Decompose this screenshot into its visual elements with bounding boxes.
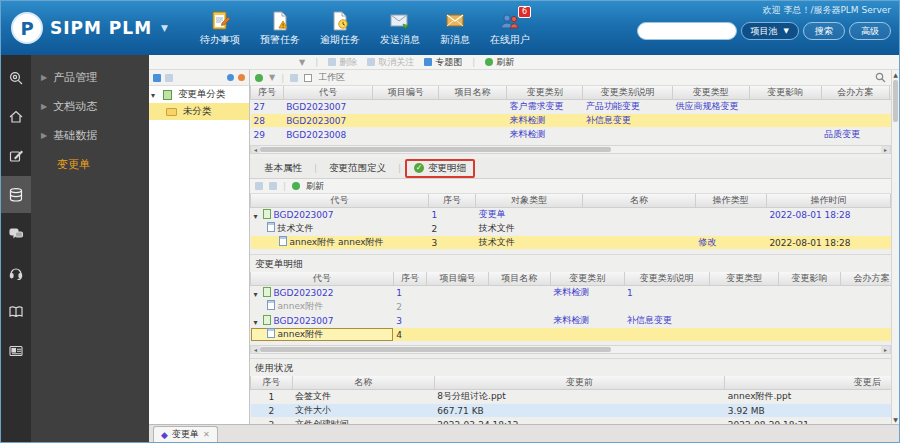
scroll-right-arrow[interactable]: ▸ — [881, 146, 890, 153]
refresh-label[interactable]: 刷新 — [306, 180, 324, 193]
unfollow-button[interactable]: 取消关注 — [367, 56, 414, 69]
scroll-thumb[interactable] — [893, 80, 898, 122]
compose-icon[interactable] — [1, 137, 31, 174]
table-row[interactable]: BGD20230073来料检测补信息变更 — [251, 314, 892, 328]
delete-button[interactable]: 删除 — [328, 56, 357, 69]
column-header[interactable]: 变更影响 — [749, 86, 821, 100]
table-row[interactable]: 27BGD2023007客户需求变更产品功能变更供应商规格变更 — [251, 100, 892, 114]
nav-item-product-management[interactable]: ▶ 产品管理 — [31, 63, 149, 92]
warning-tasks-button[interactable]: 预警任务 — [260, 10, 300, 47]
refresh-button[interactable]: 刷新 — [485, 56, 514, 69]
global-search-input[interactable] — [637, 22, 737, 40]
tree-tool-icon[interactable] — [153, 74, 161, 82]
cell-link[interactable]: 修改 — [698, 237, 716, 247]
nav-item-document-activity[interactable]: ▶ 文档动态 — [31, 92, 149, 121]
scroll-down-arrow[interactable]: ▼ — [892, 415, 899, 424]
cell-link[interactable]: 1 — [431, 210, 437, 220]
cell-link[interactable]: 产品功能变更 — [586, 101, 640, 111]
column-header[interactable]: 项目编号 — [373, 86, 439, 100]
cell-link[interactable]: 补信息变更 — [627, 315, 672, 325]
chevron-down-icon[interactable]: ▼ — [161, 23, 168, 33]
cell-link[interactable]: 变更单 — [479, 209, 506, 219]
column-header[interactable]: 变更前 — [434, 376, 725, 390]
send-message-button[interactable]: 发送消息 — [380, 10, 420, 47]
expander-icon[interactable] — [254, 211, 260, 221]
table-row[interactable]: BGD20230071变更单2022-08-01 18:28李总 — [251, 208, 892, 222]
tab-change-details[interactable]: ✓ 变更明细 — [405, 159, 475, 178]
home-icon[interactable] — [1, 98, 31, 135]
cell-link[interactable]: 来料检测 — [509, 129, 545, 139]
column-header[interactable]: 会办方案 — [821, 86, 889, 100]
tab-change-scope[interactable]: 变更范围定义 — [321, 160, 394, 177]
vertical-scrollbar[interactable]: ▲ ▼ — [891, 70, 899, 424]
scroll-up-arrow[interactable]: ▲ — [892, 70, 899, 79]
table-row[interactable]: 29BGD2023008来料检测品质变更105.pdf — [251, 128, 892, 142]
cell-link[interactable]: BGD2023007 — [286, 116, 346, 126]
expander-icon[interactable] — [254, 317, 260, 327]
search-icon[interactable] — [875, 72, 886, 83]
new-message-button[interactable]: 新消息 — [440, 10, 470, 47]
tree-root-node[interactable]: 变更单分类 — [149, 86, 249, 103]
overdue-tasks-button[interactable]: 逾期任务 — [320, 10, 360, 47]
column-header[interactable]: 序号 — [428, 194, 475, 208]
column-header[interactable]: 代号 — [283, 86, 373, 100]
cell-link[interactable]: 品质变更 — [824, 129, 860, 139]
tree-columns-icon[interactable] — [165, 74, 173, 82]
column-header[interactable]: 对象类型 — [476, 194, 583, 208]
horizontal-scrollbar[interactable]: ◂ ▸ — [250, 345, 891, 354]
todo-items-button[interactable]: 待办事项 — [200, 10, 240, 47]
cell-link[interactable]: 1 — [627, 288, 633, 298]
table-row[interactable]: 1会签文件8号分组讨论.pptannex附件.ppt — [251, 390, 892, 404]
column-header[interactable]: 变更类型 — [673, 86, 750, 100]
table-row[interactable]: annex附件 annex附件3技术文件修改2022-08-01 18:28李总 — [251, 236, 892, 250]
new-item-icon[interactable] — [255, 74, 263, 82]
app-logo[interactable]: P SIPM PLM ▼ — [1, 12, 182, 44]
cell-link[interactable]: 供应商规格变更 — [676, 101, 739, 111]
cell-link[interactable]: BGD2023008 — [286, 130, 346, 140]
cell-link[interactable]: 2022-08-01 18:28 — [769, 210, 850, 220]
expander-icon[interactable] — [151, 89, 157, 100]
tab-basic-properties[interactable]: 基本属性 — [256, 160, 310, 177]
column-header[interactable]: 操作类型 — [695, 194, 766, 208]
scroll-thumb[interactable] — [260, 347, 611, 352]
cell-link[interactable]: 来料检测 — [509, 115, 545, 125]
cell-link[interactable]: BGD2023022 — [274, 288, 334, 298]
cell-link[interactable]: 3 — [396, 316, 402, 326]
dropdown-caret-icon[interactable]: ▼ — [299, 58, 305, 67]
column-header[interactable]: 序号 — [251, 86, 284, 100]
column-header[interactable]: 项目名称 — [439, 86, 507, 100]
database-icon[interactable] — [1, 176, 31, 213]
dropdown-caret-icon[interactable]: ▼ — [269, 73, 275, 82]
column-header[interactable]: 变更类别 — [550, 272, 624, 286]
column-header[interactable]: 变更类别说明 — [624, 272, 710, 286]
column-header[interactable]: 变更类别说明 — [583, 86, 673, 100]
scroll-right-arrow[interactable]: ▸ — [881, 346, 890, 353]
cell-link[interactable]: 1 — [396, 288, 402, 298]
column-header[interactable]: 变更影响 — [779, 272, 841, 286]
collapse-all-icon[interactable] — [269, 182, 277, 190]
column-header[interactable]: 操作时间 — [766, 194, 891, 208]
cell-link[interactable]: 客户需求变更 — [509, 101, 563, 111]
expand-all-icon[interactable] — [255, 182, 263, 190]
nav-item-change-order[interactable]: 变更单 — [31, 150, 149, 179]
cell-link[interactable]: 27 — [254, 102, 265, 112]
column-header[interactable]: 名称 — [292, 376, 434, 390]
cell-link[interactable]: 来料检测 — [553, 315, 589, 325]
column-header[interactable]: 项目编号 — [427, 272, 489, 286]
filter-icon[interactable] — [290, 74, 298, 82]
taskbar-tab-change-order[interactable]: ◆ 变更单 ✕ — [153, 426, 218, 442]
scroll-thumb[interactable] — [260, 147, 611, 152]
cell-link[interactable]: 28 — [254, 116, 265, 126]
quick-search-icon[interactable] — [1, 59, 31, 96]
table-row[interactable]: 2文件大小667.71 KB3.92 MB — [251, 404, 892, 418]
table-row[interactable]: annex附件28号分组讨论.ppt — [251, 300, 892, 314]
column-header[interactable]: 代号 — [251, 272, 394, 286]
cell-link[interactable]: 29 — [254, 130, 265, 140]
table-row[interactable]: BGD20230221来料检测1 — [251, 286, 892, 300]
search-scope-select[interactable]: 项目池 ▼ — [741, 22, 799, 40]
column-header[interactable]: 变更类型 — [710, 272, 779, 286]
horizontal-scrollbar[interactable]: ◂ ▸ — [250, 145, 891, 154]
cell-link[interactable]: 补信息变更 — [586, 115, 631, 125]
messages-icon[interactable] — [1, 215, 31, 252]
table-row[interactable]: 技术文件2技术文件 — [251, 222, 892, 236]
